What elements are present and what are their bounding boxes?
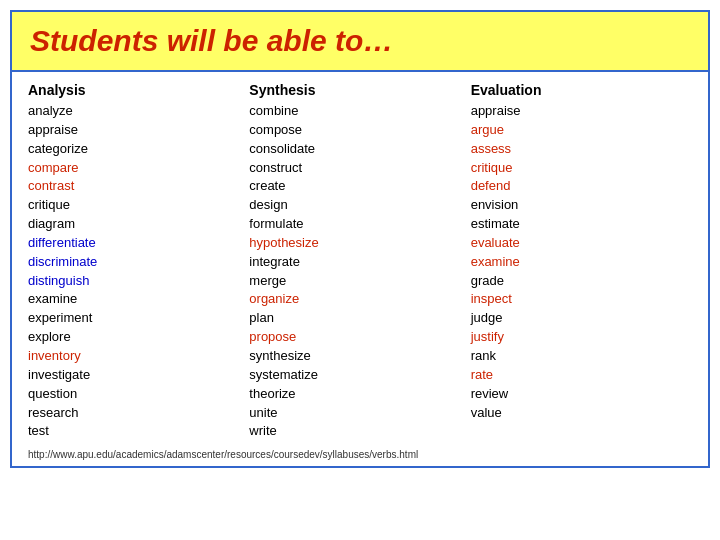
- list-item: judge: [471, 309, 692, 328]
- list-item: grade: [471, 272, 692, 291]
- list-item: analyze: [28, 102, 249, 121]
- list-item: compare: [28, 159, 249, 178]
- list-item: value: [471, 404, 692, 423]
- column-0: Analysisanalyzeappraisecategorizecompare…: [28, 82, 249, 441]
- list-item: combine: [249, 102, 470, 121]
- list-item: experiment: [28, 309, 249, 328]
- list-item: create: [249, 177, 470, 196]
- list-item: synthesize: [249, 347, 470, 366]
- column-header-0: Analysis: [28, 82, 249, 98]
- list-item: assess: [471, 140, 692, 159]
- list-item: design: [249, 196, 470, 215]
- content-area: Analysisanalyzeappraisecategorizecompare…: [12, 72, 708, 447]
- list-item: differentiate: [28, 234, 249, 253]
- main-container: Students will be able to… Analysisanalyz…: [10, 10, 710, 468]
- list-item: appraise: [471, 102, 692, 121]
- list-item: review: [471, 385, 692, 404]
- list-item: consolidate: [249, 140, 470, 159]
- list-item: examine: [471, 253, 692, 272]
- list-item: defend: [471, 177, 692, 196]
- list-item: question: [28, 385, 249, 404]
- list-item: examine: [28, 290, 249, 309]
- list-item: unite: [249, 404, 470, 423]
- list-item: distinguish: [28, 272, 249, 291]
- list-item: critique: [28, 196, 249, 215]
- page-title: Students will be able to…: [30, 24, 690, 58]
- list-item: rate: [471, 366, 692, 385]
- list-item: estimate: [471, 215, 692, 234]
- list-item: evaluate: [471, 234, 692, 253]
- list-item: formulate: [249, 215, 470, 234]
- list-item: test: [28, 422, 249, 441]
- list-item: critique: [471, 159, 692, 178]
- list-item: propose: [249, 328, 470, 347]
- list-item: argue: [471, 121, 692, 140]
- list-item: appraise: [28, 121, 249, 140]
- list-item: inspect: [471, 290, 692, 309]
- list-item: categorize: [28, 140, 249, 159]
- footer-url: http://www.apu.edu/academics/adamscenter…: [12, 447, 708, 466]
- list-item: organize: [249, 290, 470, 309]
- list-item: investigate: [28, 366, 249, 385]
- list-item: construct: [249, 159, 470, 178]
- list-item: integrate: [249, 253, 470, 272]
- list-item: justify: [471, 328, 692, 347]
- column-2: Evaluationappraiseargueassesscritiquedef…: [471, 82, 692, 441]
- list-item: explore: [28, 328, 249, 347]
- list-item: plan: [249, 309, 470, 328]
- list-item: merge: [249, 272, 470, 291]
- list-item: systematize: [249, 366, 470, 385]
- list-item: contrast: [28, 177, 249, 196]
- column-header-1: Synthesis: [249, 82, 470, 98]
- list-item: compose: [249, 121, 470, 140]
- list-item: diagram: [28, 215, 249, 234]
- list-item: research: [28, 404, 249, 423]
- list-item: hypothesize: [249, 234, 470, 253]
- list-item: rank: [471, 347, 692, 366]
- title-bar: Students will be able to…: [12, 12, 708, 72]
- list-item: inventory: [28, 347, 249, 366]
- list-item: theorize: [249, 385, 470, 404]
- list-item: write: [249, 422, 470, 441]
- column-1: Synthesiscombinecomposeconsolidateconstr…: [249, 82, 470, 441]
- list-item: discriminate: [28, 253, 249, 272]
- list-item: envision: [471, 196, 692, 215]
- column-header-2: Evaluation: [471, 82, 692, 98]
